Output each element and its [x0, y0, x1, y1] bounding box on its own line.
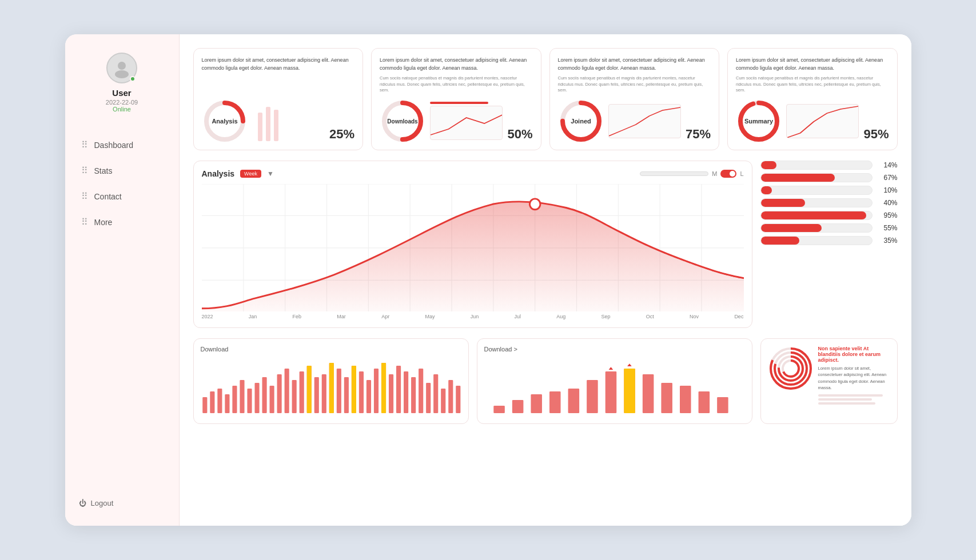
online-indicator: [130, 76, 136, 82]
top-cards: Lorem ipsum dolor sit amet, consectetuer…: [193, 48, 898, 150]
donut-summary-content: › › › › Non sapiente velit At blanditiis…: [768, 346, 890, 405]
logout-button[interactable]: ⏻ Logout: [65, 499, 179, 512]
svg-rect-67: [441, 389, 445, 413]
svg-rect-46: [284, 369, 289, 413]
progress-bars-panel: 14% 67% 10%: [760, 161, 898, 329]
svg-rect-79: [587, 380, 598, 413]
toggle-l-label: L: [740, 170, 743, 177]
analysis-badge[interactable]: Week: [240, 170, 261, 178]
svg-rect-41: [247, 389, 252, 413]
card-analysis-bottom: Analysis 25%: [202, 98, 355, 144]
svg-rect-42: [254, 383, 259, 413]
middle-section: Analysis Week ▼ M L: [193, 161, 898, 329]
svg-text:›: ›: [804, 374, 806, 378]
svg-rect-60: [388, 374, 393, 413]
donut-summary-title: Non sapiente velit At blanditiis dolore …: [818, 346, 890, 363]
svg-rect-82: [642, 374, 654, 413]
donut-summary-desc: Lorem ipsum dolor sit amet, consectetuer…: [818, 365, 890, 391]
toggle-switch[interactable]: [720, 170, 736, 178]
svg-rect-58: [373, 369, 378, 413]
svg-rect-85: [698, 391, 710, 413]
svg-rect-77: [549, 391, 561, 413]
grid-icon: ⠿: [81, 217, 89, 227]
card-joined-donut: Joined: [558, 98, 604, 144]
sidebar-item-contact[interactable]: ⠿ Contact: [74, 185, 170, 208]
range-bar[interactable]: [640, 171, 708, 176]
progress-pct-4: 40%: [877, 199, 898, 207]
card-downloads-donut: Downloads: [380, 98, 425, 144]
progress-fill-1: [761, 161, 776, 169]
svg-rect-73: [381, 363, 385, 413]
svg-rect-37: [217, 389, 222, 413]
progress-pct-3: 10%: [877, 186, 898, 194]
card-downloads: Lorem ipsum dolor sit amet, consectetuer…: [371, 48, 541, 150]
progress-row-7: 35%: [760, 236, 898, 245]
sidebar: User 2022-22-09 Online ⠿ Dashboard ⠿ Sta…: [65, 34, 180, 526]
bottom-section: Download: [193, 338, 898, 424]
logout-label: Logout: [91, 499, 114, 507]
svg-rect-43: [262, 377, 266, 413]
sidebar-item-label-more: More: [94, 218, 113, 227]
card-joined-text-sub: Cum sociis natoque penatibus et magnis d…: [558, 75, 711, 94]
svg-text:Joined: Joined: [571, 118, 591, 125]
analysis-chart-card: Analysis Week ▼ M L: [193, 161, 752, 329]
download-chart-1: Download: [193, 338, 469, 424]
svg-rect-71: [329, 363, 333, 413]
svg-rect-36: [210, 391, 214, 413]
svg-rect-63: [411, 377, 416, 413]
svg-rect-5: [258, 113, 262, 141]
svg-rect-78: [568, 389, 579, 413]
card-joined-percent: 75%: [686, 127, 711, 144]
svg-text:›: ›: [804, 363, 806, 366]
download-chart-1-title: Download: [201, 346, 461, 353]
progress-bar-4: [760, 198, 873, 207]
svg-rect-6: [266, 107, 270, 141]
svg-rect-75: [512, 400, 523, 413]
svg-rect-65: [426, 383, 431, 413]
svg-rect-74: [493, 406, 505, 413]
filter-arrow-icon[interactable]: ▼: [267, 170, 274, 178]
donut-summary-text-area: Non sapiente velit At blanditiis dolore …: [818, 346, 890, 405]
svg-rect-87: [624, 369, 635, 413]
sidebar-item-label-dashboard: Dashboard: [94, 141, 134, 150]
svg-rect-64: [419, 369, 423, 413]
progress-row-1: 14%: [760, 161, 898, 170]
progress-fill-4: [761, 199, 806, 207]
svg-rect-69: [456, 386, 460, 413]
svg-rect-53: [336, 369, 341, 413]
svg-rect-56: [358, 371, 363, 413]
svg-rect-45: [277, 374, 281, 413]
sidebar-item-more[interactable]: ⠿ More: [74, 210, 170, 234]
toggle-row: M L: [640, 170, 743, 178]
card-downloads-text-main: Lorem ipsum dolor sit amet, consectetuer…: [380, 57, 533, 72]
svg-rect-51: [321, 374, 326, 413]
svg-point-34: [529, 198, 540, 209]
svg-rect-47: [292, 380, 296, 413]
progress-pct-6: 55%: [877, 224, 898, 232]
svg-text:Downloads: Downloads: [387, 118, 418, 125]
svg-text:▲: ▲: [626, 362, 633, 367]
svg-rect-48: [299, 371, 304, 413]
user-name: User: [106, 88, 138, 98]
svg-point-0: [118, 62, 126, 70]
svg-rect-38: [225, 394, 229, 413]
x-axis-labels: 2022JanFebMarApr MayJunJulAugSep OctNovD…: [202, 314, 744, 319]
card-downloads-percent: 50%: [507, 127, 532, 144]
card-summary: Lorem ipsum dolor sit amet, consectetuer…: [727, 48, 898, 150]
progress-fill-3: [761, 186, 772, 194]
progress-bar-2: [760, 173, 873, 182]
svg-rect-62: [404, 371, 408, 413]
svg-rect-84: [680, 386, 691, 413]
svg-rect-57: [366, 380, 371, 413]
sidebar-item-dashboard[interactable]: ⠿ Dashboard: [74, 133, 170, 157]
sidebar-item-label-contact: Contact: [94, 192, 122, 201]
card-joined-text-main: Lorem ipsum dolor sit amet, consectetuer…: [558, 57, 711, 72]
progress-pct-7: 35%: [877, 237, 898, 245]
progress-row-4: 40%: [760, 198, 898, 207]
sidebar-item-stats[interactable]: ⠿ Stats: [74, 159, 170, 182]
card-summary-percent: 95%: [863, 127, 889, 144]
card-joined: Lorem ipsum dolor sit amet, consectetuer…: [549, 48, 720, 150]
download-chart-2: Download >: [477, 338, 752, 424]
svg-point-1: [115, 70, 129, 78]
nav-items: ⠿ Dashboard ⠿ Stats ⠿ Contact ⠿ More: [65, 133, 179, 499]
